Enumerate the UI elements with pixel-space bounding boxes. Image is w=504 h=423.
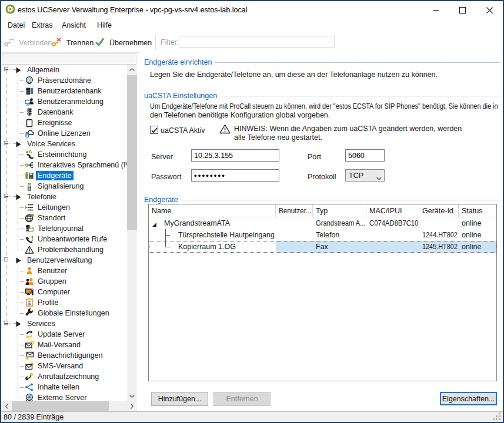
tree-group-arrow-icon bbox=[16, 194, 21, 202]
device-row-türsprechstelle-hautpeingang[interactable]: Türsprechstelle HautpeingangTelefon1244.… bbox=[149, 229, 496, 241]
scroll-up-arrow[interactable] bbox=[127, 65, 137, 75]
tree-item-label: Leitungen bbox=[36, 203, 72, 212]
tree-item-benutzerverwaltung[interactable]: Benutzerverwaltung bbox=[2, 255, 127, 266]
properties-button[interactable]: Eigenschaften... bbox=[440, 392, 497, 405]
presence-domain-icon bbox=[25, 76, 34, 85]
tree-item-telefonie[interactable]: Telefonie bbox=[2, 192, 127, 202]
tree-item-mail-versand[interactable]: Mail-Versand bbox=[2, 340, 127, 350]
tree-expander-minus[interactable] bbox=[4, 257, 8, 261]
column-header-label: Typ bbox=[316, 207, 328, 215]
server-input[interactable] bbox=[191, 149, 279, 162]
column-header-status[interactable]: Status bbox=[459, 204, 496, 217]
menu-item-datei[interactable]: Datei bbox=[8, 21, 25, 29]
tree-item-computer[interactable]: Computer bbox=[2, 287, 127, 297]
tree-item-problembehandlung[interactable]: Problembehandlung bbox=[2, 244, 127, 255]
scroll-left-arrow[interactable] bbox=[2, 401, 12, 411]
devices-icon bbox=[25, 171, 34, 180]
cell-status: online bbox=[459, 217, 496, 229]
cell-value: 1244.HT802 bbox=[422, 231, 458, 239]
mail-send-icon bbox=[25, 340, 34, 350]
tree-item-standort[interactable]: Standort bbox=[2, 213, 127, 223]
tree-guide-line bbox=[9, 143, 16, 144]
tree-item-gruppen[interactable]: Gruppen bbox=[2, 276, 127, 287]
tree-item-services[interactable]: Services bbox=[2, 318, 127, 329]
tree-item-allgemein[interactable]: Allgemein bbox=[2, 65, 127, 75]
tree-item-profile[interactable]: Profile bbox=[2, 297, 127, 308]
device-row-kopierraum-1-og[interactable]: Kopierraum 1.OGFax1245.HT802online bbox=[149, 241, 496, 253]
cell-typ: Grandstream A... bbox=[313, 217, 366, 229]
tree-item-datenbank[interactable]: Datenbank bbox=[2, 107, 127, 118]
tree-item-ersteinrichtung[interactable]: Ersteinrichtung bbox=[2, 149, 127, 160]
scroll-thumb[interactable] bbox=[127, 75, 137, 230]
tree-vertical-scrollbar[interactable] bbox=[127, 65, 137, 401]
column-header-benutzer[interactable]: Benutzer... bbox=[276, 204, 313, 217]
close-button[interactable] bbox=[476, 1, 503, 19]
filter-input[interactable] bbox=[179, 36, 335, 48]
tree-item-benutzerdatenbank[interactable]: Benutzerdatenbank bbox=[2, 86, 127, 96]
password-input[interactable] bbox=[191, 169, 279, 182]
tree-item-benutzer[interactable]: Benutzer bbox=[2, 266, 127, 276]
tree-item-label: Telefonjournal bbox=[36, 224, 85, 233]
scroll-right-arrow[interactable] bbox=[127, 401, 137, 411]
maximize-button[interactable] bbox=[449, 1, 476, 19]
tree-expander-minus[interactable] bbox=[4, 321, 8, 325]
tree-item-globale-einstellungen[interactable]: Globale Einstellungen bbox=[2, 308, 127, 318]
cell-typ: Telefon bbox=[313, 229, 366, 241]
minimize-button[interactable] bbox=[423, 1, 449, 19]
tree-item-online-lizenzen[interactable]: Online Lizenzen bbox=[2, 128, 127, 139]
tree-item-label: Problembehandlung bbox=[36, 245, 105, 254]
tree-expander-minus[interactable] bbox=[4, 141, 8, 145]
tree-item-label: Update Server bbox=[36, 330, 87, 339]
tree-item-inhalte-teilen[interactable]: Inhalte teilen bbox=[2, 382, 127, 392]
uacsta-hint-line1: HINWEIS: Wenn die Angaben zum uaCSTA geä… bbox=[234, 125, 462, 133]
disconnect-button[interactable]: Trennen bbox=[52, 33, 94, 52]
menu-item-extras[interactable]: Extras bbox=[32, 21, 52, 29]
protocol-label: Protokoll bbox=[308, 173, 336, 181]
scroll-thumb-horizontal[interactable] bbox=[12, 401, 109, 411]
port-input[interactable] bbox=[345, 149, 385, 162]
row-expanded-arrow-icon[interactable] bbox=[152, 221, 157, 229]
uacsta-active-checkbox[interactable] bbox=[150, 126, 158, 134]
tree-item-ereignisse[interactable]: Ereignisse bbox=[2, 118, 127, 128]
scroll-down-arrow[interactable] bbox=[127, 391, 137, 401]
column-header-name[interactable]: Name bbox=[149, 204, 276, 217]
column-header-typ[interactable]: Typ bbox=[313, 204, 366, 217]
tree-item-signalisierung[interactable]: Signalisierung bbox=[2, 181, 127, 192]
tree-item-label: Mail-Versand bbox=[36, 340, 82, 350]
tree-guide-line bbox=[18, 292, 25, 293]
tree-guide-line bbox=[18, 334, 25, 335]
protocol-dropdown[interactable]: TCP bbox=[345, 169, 385, 182]
tree-guide-line bbox=[18, 239, 25, 240]
cell-value: C074AD8B7C10 bbox=[369, 219, 418, 227]
menu-item-ansicht[interactable]: Ansicht bbox=[62, 21, 86, 29]
tree-item-sms-versand[interactable]: SMS-Versand bbox=[2, 361, 127, 371]
tree-item-label: Präsenzdomäne bbox=[36, 76, 93, 85]
tree-item-externe-server[interactable]: Externe Server bbox=[2, 392, 127, 401]
tree-item-benachrichtigungen[interactable]: Benachrichtigungen bbox=[2, 350, 127, 361]
remove-button[interactable]: Entfernen bbox=[213, 392, 271, 406]
column-header-mac-ipui[interactable]: MAC/IPUI bbox=[366, 204, 419, 217]
tree-item-leitungen[interactable]: Leitungen bbox=[2, 202, 127, 213]
tree-item-interaktives-sprachmenü-ivr-[interactable]: Interaktives Sprachmenü (IVR) bbox=[2, 160, 127, 170]
column-header-geraete-id[interactable]: Geräte-Id bbox=[419, 204, 459, 217]
tree-item-telefonjournal[interactable]: Telefonjournal bbox=[2, 223, 127, 234]
device-row-mygrandstreamata[interactable]: MyGrandstreamATAGrandstream A...C074AD8B… bbox=[149, 217, 496, 229]
tree-guide-line bbox=[18, 229, 25, 229]
tree-item-benutzeranmeldung[interactable]: Benutzeranmeldung bbox=[2, 96, 127, 107]
title-bar[interactable]: estos UCServer Verwaltung Enterprise - v… bbox=[1, 1, 503, 19]
column-header-label: MAC/IPUI bbox=[369, 207, 402, 215]
tree-item-voice-services[interactable]: Voice Services bbox=[2, 139, 127, 149]
add-button[interactable]: Hinzufügen... bbox=[151, 392, 208, 406]
tree-item-unbeantwortete-rufe[interactable]: Unbeantwortete Rufe bbox=[2, 234, 127, 244]
connect-button[interactable]: Verbinden bbox=[4, 33, 52, 52]
apply-button[interactable]: Übernehmen bbox=[95, 33, 152, 52]
tree-item-anrufaufzeichnung[interactable]: Anrufaufzeichnung bbox=[2, 371, 127, 382]
tree-expander-minus[interactable] bbox=[4, 67, 8, 71]
tree-horizontal-scrollbar[interactable] bbox=[2, 401, 137, 411]
tree-item-endgeräte[interactable]: Endgeräte bbox=[2, 170, 127, 181]
cell-name: MyGrandstreamATA bbox=[161, 217, 276, 229]
tree-item-update-server[interactable]: Update Server bbox=[2, 329, 127, 340]
tree-expander-minus[interactable] bbox=[4, 194, 8, 198]
menu-item-hilfe[interactable]: Hilfe bbox=[97, 21, 112, 29]
tree-item-präsenzdomäne[interactable]: Präsenzdomäne bbox=[2, 75, 127, 86]
